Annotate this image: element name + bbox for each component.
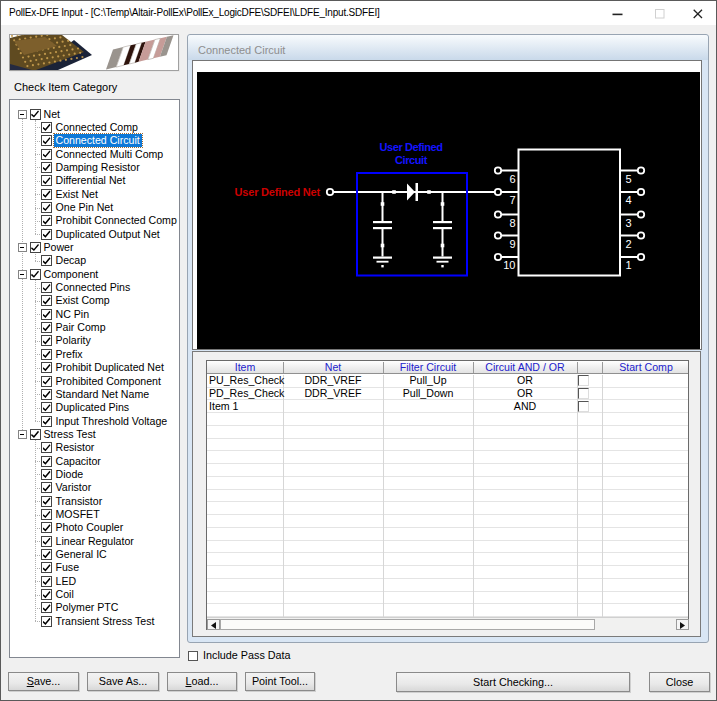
svg-text:3: 3: [626, 217, 632, 229]
svg-text:Circuit: Circuit: [395, 154, 428, 166]
svg-text:10: 10: [503, 259, 515, 271]
svg-text:9: 9: [509, 238, 515, 250]
svg-text:8: 8: [509, 217, 515, 229]
svg-text:4: 4: [626, 194, 632, 206]
svg-text:7: 7: [509, 194, 515, 206]
svg-text:2: 2: [626, 238, 632, 250]
svg-text:User Defined: User Defined: [379, 141, 442, 153]
svg-text:6: 6: [509, 173, 515, 185]
svg-text:5: 5: [626, 173, 632, 185]
svg-text:User Defined Net: User Defined Net: [235, 186, 321, 198]
svg-text:1: 1: [626, 259, 632, 271]
